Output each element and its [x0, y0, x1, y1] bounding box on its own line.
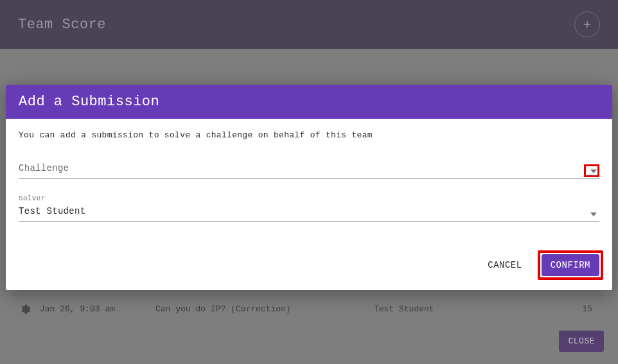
modal-intro-text: You can add a submission to solve a chal… — [19, 130, 599, 140]
chevron-down-icon — [590, 212, 597, 216]
highlight-confirm: CONFIRM — [538, 250, 603, 280]
modal-title: Add a Submission — [6, 85, 612, 119]
solver-select[interactable]: Solver Test Student — [19, 195, 599, 222]
modal-body: You can add a submission to solve a chal… — [6, 119, 612, 241]
cancel-button[interactable]: CANCEL — [482, 255, 527, 275]
confirm-button[interactable]: CONFIRM — [542, 254, 599, 276]
solver-select-label: Solver — [19, 195, 599, 202]
add-submission-modal: Add a Submission You can add a submissio… — [6, 85, 612, 290]
challenge-select-label: Challenge — [19, 162, 599, 175]
chevron-down-icon — [590, 169, 597, 173]
modal-actions: CANCEL CONFIRM — [6, 241, 612, 290]
challenge-select[interactable]: Challenge — [19, 162, 599, 179]
solver-select-value: Test Student — [19, 205, 599, 218]
